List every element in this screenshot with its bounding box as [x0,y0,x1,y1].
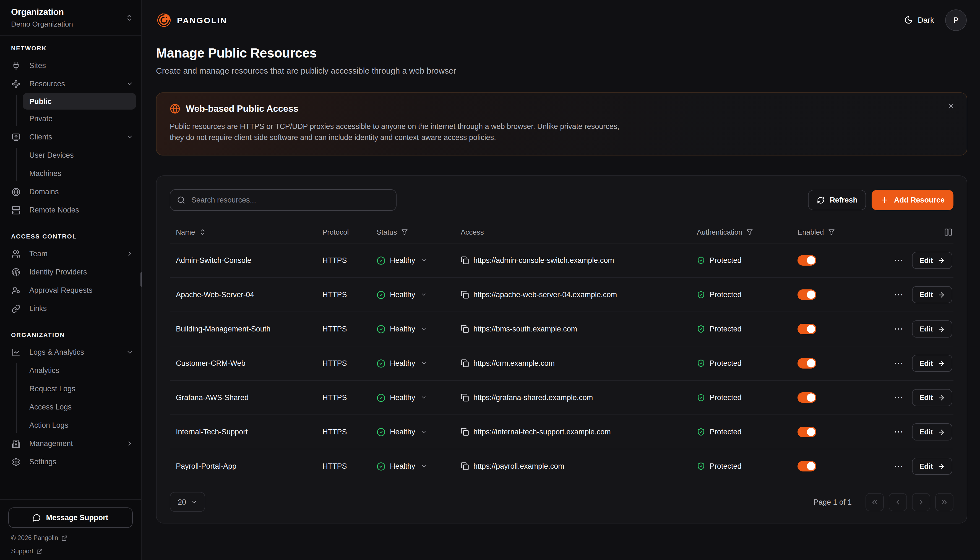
sidebar-item-logs-analytics[interactable]: Logs & Analytics [0,343,141,361]
last-page-button[interactable] [935,493,953,511]
columns-icon [944,228,952,236]
column-header-status[interactable]: Status [377,228,461,236]
row-menu-button[interactable]: ⋯ [894,462,904,471]
copyright-link[interactable]: © 2026 Pangolin [8,535,133,541]
sidebar-item-sites[interactable]: Sites [0,57,141,75]
arrow-right-icon [937,428,945,436]
brand[interactable]: PANGOLIN [156,12,227,28]
status-dropdown[interactable]: Healthy [377,290,461,299]
enabled-toggle[interactable] [797,255,816,266]
row-menu-button[interactable]: ⋯ [894,256,904,265]
edit-button[interactable]: Edit [912,252,952,269]
row-menu-button[interactable]: ⋯ [894,427,904,437]
edit-button[interactable]: Edit [912,423,952,440]
copy-icon[interactable] [461,290,469,299]
resource-protocol: HTTPS [322,290,377,299]
sidebar-item-settings[interactable]: Settings [0,453,141,471]
resource-url: https://apache-web-server-04.example.com [473,290,617,299]
fingerprint-icon [11,268,21,277]
moon-icon [905,15,914,24]
sidebar-item-remote-nodes[interactable]: Remote Nodes [0,201,141,219]
edit-button[interactable]: Edit [912,286,952,303]
column-visibility-button[interactable] [869,228,953,236]
sidebar-item-private[interactable]: Private [0,110,141,128]
plus-icon [881,196,889,204]
add-resource-button[interactable]: Add Resource [872,190,953,210]
theme-toggle[interactable]: Dark [905,15,934,24]
enabled-toggle[interactable] [797,427,816,437]
copy-icon[interactable] [461,462,469,470]
sidebar-item-identity-providers[interactable]: Identity Providers [0,263,141,281]
table-row: Admin-Switch-Console HTTPS Healthy https… [170,243,953,277]
support-link[interactable]: Support [8,548,133,555]
copy-icon[interactable] [461,256,469,265]
external-link-icon [61,535,68,541]
copy-icon[interactable] [461,428,469,436]
sidebar-item-user-devices[interactable]: User Devices [0,146,141,164]
copy-icon[interactable] [461,359,469,367]
sidebar-item-clients[interactable]: Clients [0,128,141,146]
org-switcher-label: Organization [11,7,126,17]
sidebar-resize-handle[interactable] [141,272,142,287]
column-header-name[interactable]: Name [170,228,322,236]
enabled-toggle[interactable] [797,461,816,472]
status-dropdown[interactable]: Healthy [377,462,461,471]
filter-icon[interactable] [401,228,408,235]
sidebar-item-team[interactable]: Team [0,245,141,263]
chevron-down-icon [421,326,427,332]
sidebar-item-management[interactable]: Management [0,434,141,453]
filter-icon[interactable] [746,228,754,235]
status-dropdown[interactable]: Healthy [377,393,461,402]
sidebar-item-access-logs[interactable]: Access Logs [0,398,141,416]
filter-icon[interactable] [828,228,835,235]
table-row: Customer-CRM-Web HTTPS Healthy https://c… [170,346,953,380]
sidebar-item-domains[interactable]: Domains [0,183,141,201]
table-header: Name Protocol Status Access Authenticati… [170,221,953,243]
resources-card: Refresh Add Resource Name Protocol [156,175,967,523]
sidebar-item-public[interactable]: Public [23,93,136,110]
enabled-toggle[interactable] [797,358,816,368]
status-dropdown[interactable]: Healthy [377,359,461,368]
avatar[interactable]: P [945,9,967,31]
page-size-select[interactable]: 20 [170,492,205,512]
sidebar-item-resources[interactable]: Resources [0,75,141,93]
enabled-toggle[interactable] [797,392,816,403]
sidebar-item-request-logs[interactable]: Request Logs [0,380,141,398]
prev-page-button[interactable] [889,493,907,511]
row-menu-button[interactable]: ⋯ [894,290,904,299]
refresh-button[interactable]: Refresh [808,190,866,210]
enabled-toggle[interactable] [797,289,816,300]
status-dropdown[interactable]: Healthy [377,256,461,265]
user-cog-icon [11,286,21,295]
globe-icon [170,103,180,114]
enabled-toggle[interactable] [797,324,816,334]
copy-icon[interactable] [461,393,469,402]
copy-icon[interactable] [461,325,469,333]
sidebar-item-machines[interactable]: Machines [0,164,141,183]
row-menu-button[interactable]: ⋯ [894,393,904,402]
sidebar-item-approval-requests[interactable]: Approval Requests [0,281,141,299]
edit-button[interactable]: Edit [912,320,952,338]
column-header-authentication[interactable]: Authentication [697,228,797,236]
sidebar-item-analytics[interactable]: Analytics [0,361,141,380]
org-switcher[interactable]: Organization Demo Organization [0,0,141,36]
row-menu-button[interactable]: ⋯ [894,324,904,334]
sidebar-item-links[interactable]: Links [0,299,141,318]
status-dropdown[interactable]: Healthy [377,427,461,436]
resource-url: https://crm.example.com [473,359,555,367]
column-header-enabled[interactable]: Enabled [797,228,869,236]
message-support-button[interactable]: Message Support [8,507,133,528]
pangolin-logo-icon [156,12,172,28]
next-page-button[interactable] [912,493,930,511]
edit-button[interactable]: Edit [912,355,952,372]
sidebar-item-action-logs[interactable]: Action Logs [0,416,141,434]
edit-button[interactable]: Edit [912,458,952,475]
search-input[interactable] [190,195,389,205]
close-icon[interactable] [947,102,955,110]
first-page-button[interactable] [865,493,884,511]
row-menu-button[interactable]: ⋯ [894,358,904,368]
edit-button[interactable]: Edit [912,389,952,406]
status-dropdown[interactable]: Healthy [377,325,461,333]
table-row: Payroll-Portal-App HTTPS Healthy https:/… [170,449,953,483]
sort-icon[interactable] [199,228,206,235]
